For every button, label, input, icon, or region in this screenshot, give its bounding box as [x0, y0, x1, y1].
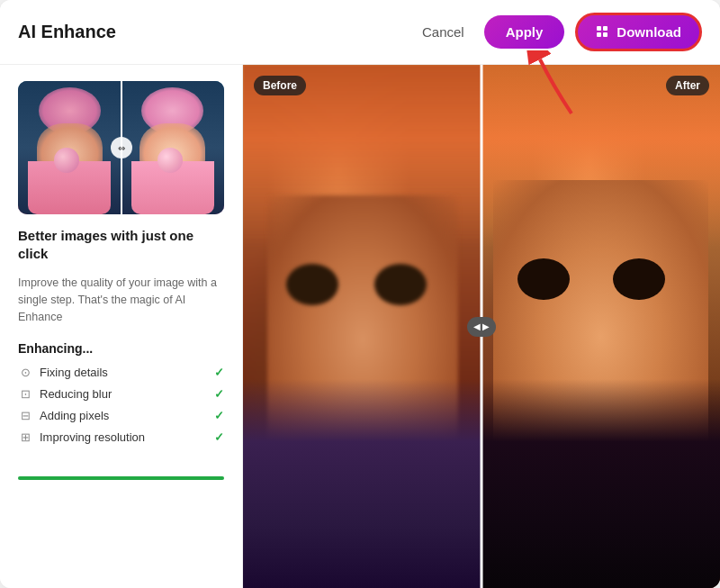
blur-check: ✓: [214, 387, 224, 401]
enhance-item-resolution: ⊞ Improving resolution ✓: [18, 430, 224, 444]
page-wrapper: AI Enhance Cancel Apply Download: [0, 0, 720, 588]
page-title: AI Enhance: [18, 22, 116, 42]
resolution-check: ✓: [214, 430, 224, 444]
svg-rect-1: [597, 32, 601, 37]
after-label: After: [666, 76, 709, 95]
download-icon: [596, 25, 610, 40]
enhance-item-fixing: ⊙ Fixing details ✓: [18, 365, 224, 379]
thumbnail-before: [18, 81, 122, 214]
enhance-item-left-pixels: ⊟ Adding pixels: [18, 408, 109, 422]
apply-button[interactable]: Apply: [484, 15, 565, 49]
pixels-check: ✓: [214, 409, 224, 422]
before-label: Before: [254, 76, 306, 95]
comparison-handle[interactable]: ◀ ▶: [467, 317, 496, 337]
enhance-item-left-fixing: ⊙ Fixing details: [18, 365, 108, 379]
enhance-item-blur: ⊡ Reducing blur ✓: [18, 386, 224, 401]
eye-right-before: [374, 264, 427, 305]
download-label: Download: [616, 24, 681, 40]
resolution-icon: ⊞: [18, 430, 32, 444]
description-section: Better images with just one click: [18, 227, 224, 262]
enhancing-title: Enhancing...: [18, 341, 224, 356]
right-panel: ◀ ▶ Before After: [243, 65, 720, 588]
thumbnail-after: [122, 81, 225, 214]
enhance-item-left-blur: ⊡ Reducing blur: [18, 386, 112, 401]
pixels-icon: ⊟: [18, 408, 32, 422]
description-title: Better images with just one click: [18, 227, 224, 262]
thumb-handle[interactable]: ⇔: [111, 137, 132, 158]
enhance-item-left-resolution: ⊞ Improving resolution: [18, 430, 145, 444]
body-before: [243, 379, 482, 588]
cancel-button[interactable]: Cancel: [413, 17, 473, 47]
left-panel: ⇔ Better images with just one click Impr…: [0, 65, 243, 588]
handle-arrow-left-icon: ◀: [473, 322, 481, 331]
svg-rect-3: [603, 32, 608, 37]
enhancing-section: Enhancing... ⊙ Fixing details ✓ ⊡ Reduci…: [18, 341, 224, 451]
comparison-container: ◀ ▶ Before After: [243, 65, 720, 588]
fixing-icon: ⊙: [18, 365, 32, 379]
svg-rect-0: [597, 26, 601, 31]
fixing-label: Fixing details: [40, 366, 108, 379]
eye-left-after: [518, 258, 570, 300]
eye-right-after: [613, 258, 665, 300]
image-before: [243, 65, 482, 588]
header: AI Enhance Cancel Apply Download: [0, 0, 720, 65]
main-content: ⇔ Better images with just one click Impr…: [0, 65, 720, 588]
progress-bar-fill: [18, 476, 224, 480]
resolution-label: Improving resolution: [40, 430, 145, 444]
thumbnail-comparison: ⇔: [18, 81, 224, 214]
enhance-item-pixels: ⊟ Adding pixels ✓: [18, 408, 224, 422]
header-actions: Cancel Apply Download: [413, 13, 702, 51]
fixing-check: ✓: [214, 366, 224, 379]
pixels-label: Adding pixels: [40, 409, 109, 422]
handle-arrow-right-icon: ▶: [482, 322, 490, 331]
blur-label: Reducing blur: [40, 387, 112, 401]
image-after: [482, 65, 720, 588]
body-after: [482, 379, 720, 588]
download-button[interactable]: Download: [575, 13, 702, 51]
svg-rect-2: [603, 26, 608, 31]
progress-bar-container: [18, 476, 224, 480]
description-text: Improve the quality of your image with a…: [18, 275, 224, 325]
blur-icon: ⊡: [18, 386, 32, 401]
eye-left-before: [286, 264, 338, 305]
